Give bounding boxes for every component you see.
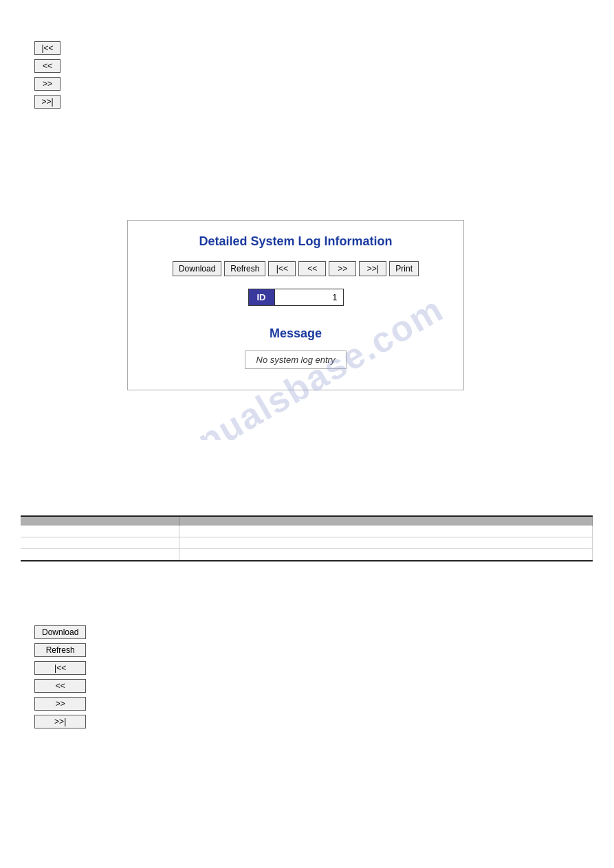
- table-cell: [21, 549, 179, 561]
- table-cell: [179, 549, 593, 561]
- first-page-bottom-button[interactable]: |<<: [34, 661, 86, 675]
- last-page-panel-button[interactable]: >>|: [359, 261, 386, 276]
- table-cell: [21, 537, 179, 549]
- refresh-button-bottom[interactable]: Refresh: [34, 643, 86, 657]
- table-cell: [179, 526, 593, 537]
- table-cell: [21, 526, 179, 537]
- id-row: ID: [149, 289, 443, 306]
- system-log-panel: Detailed System Log Information Download…: [127, 220, 464, 390]
- id-label: ID: [248, 289, 275, 306]
- next-page-bottom-button[interactable]: >>: [34, 697, 86, 711]
- id-input[interactable]: [275, 289, 344, 306]
- table-col-2-header: [179, 516, 593, 526]
- last-page-bottom-button[interactable]: >>|: [34, 715, 86, 728]
- panel-title: Detailed System Log Information: [149, 234, 443, 249]
- panel-toolbar: Download Refresh |<< << >> >>| Print: [149, 261, 443, 276]
- print-button-panel[interactable]: Print: [389, 261, 419, 276]
- prev-page-bottom-button[interactable]: <<: [34, 679, 86, 693]
- table-row: [21, 526, 593, 537]
- bottom-navigation: Download Refresh |<< << >> >>|: [34, 625, 86, 728]
- table-col-1-header: [21, 516, 179, 526]
- prev-page-panel-button[interactable]: <<: [298, 261, 326, 276]
- message-heading: Message: [149, 326, 443, 341]
- download-button-panel[interactable]: Download: [173, 261, 221, 276]
- first-page-panel-button[interactable]: |<<: [268, 261, 296, 276]
- table-cell: [179, 537, 593, 549]
- next-page-panel-button[interactable]: >>: [329, 261, 356, 276]
- download-button-bottom[interactable]: Download: [34, 625, 86, 639]
- prev-page-top-button[interactable]: <<: [34, 59, 61, 73]
- next-page-top-button[interactable]: >>: [34, 77, 61, 91]
- top-navigation: |<< << >> >>|: [34, 41, 61, 109]
- table-header-row: [21, 516, 593, 526]
- refresh-button-panel[interactable]: Refresh: [224, 261, 265, 276]
- data-table: [21, 515, 593, 561]
- message-box: No system log entry: [245, 350, 347, 369]
- data-table-section: [21, 515, 593, 561]
- table-row: [21, 537, 593, 549]
- table-row: [21, 549, 593, 561]
- last-page-top-button[interactable]: >>|: [34, 95, 61, 109]
- first-page-top-button[interactable]: |<<: [34, 41, 61, 55]
